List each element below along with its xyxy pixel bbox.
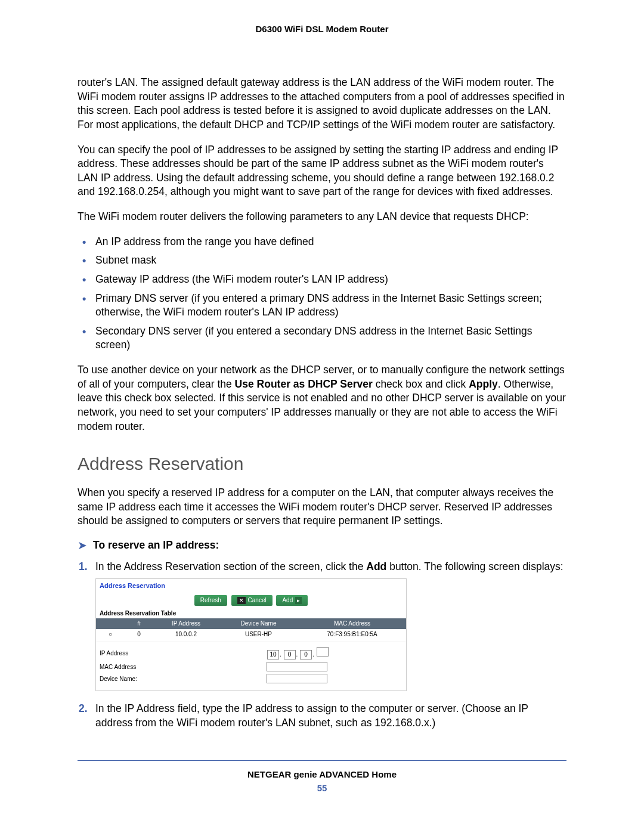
- procedure-heading: ➤ To reserve an IP address:: [78, 539, 566, 553]
- list-item: Gateway IP address (the WiFi modem route…: [95, 272, 566, 287]
- page-footer: NETGEAR genie ADVANCED Home 55: [78, 760, 566, 793]
- ip-octet-2[interactable]: 0: [284, 650, 296, 659]
- device-name-label: Device Name:: [100, 675, 153, 683]
- paragraph-3: The WiFi modem router delivers the follo…: [78, 210, 566, 224]
- device-name-input[interactable]: [267, 674, 327, 683]
- table-row: ○ 0 10.0.0.2 USER-HP 70:F3:95:B1:E0:5A: [96, 629, 406, 640]
- step-1: In the Address Reservation section of th…: [95, 560, 566, 691]
- refresh-button[interactable]: Refresh: [194, 595, 227, 606]
- cancel-button[interactable]: ✕Cancel: [231, 595, 273, 606]
- close-icon: ✕: [237, 597, 246, 604]
- footer-page-number: 55: [78, 783, 566, 793]
- bold-text: Add: [366, 561, 386, 572]
- footer-title: NETGEAR genie ADVANCED Home: [78, 769, 566, 779]
- paragraph-4: To use another device on your network as…: [78, 363, 566, 433]
- ip-octet-4[interactable]: [317, 647, 329, 657]
- col-mac-header: MAC Address: [298, 618, 406, 629]
- paragraph-1: router's LAN. The assigned default gatew…: [78, 76, 566, 132]
- step-2: In the IP Address field, type the IP add…: [95, 702, 566, 730]
- address-reservation-screenshot: Address Reservation Refresh ✕Cancel Add▸…: [95, 578, 407, 691]
- section-heading-address-reservation: Address Reservation: [78, 454, 566, 474]
- text-span: button. The following screen displays:: [386, 561, 563, 572]
- col-ip-header: IP Address: [153, 618, 219, 629]
- add-button[interactable]: Add▸: [276, 595, 308, 606]
- list-item: Primary DNS server (if you entered a pri…: [95, 292, 566, 320]
- row-num: 0: [125, 629, 153, 640]
- reservation-table: # IP Address Device Name MAC Address ○ 0…: [96, 618, 406, 639]
- ip-octet-1[interactable]: 10: [267, 650, 279, 659]
- list-item: An IP address from the range you have de…: [95, 235, 566, 249]
- cancel-button-label: Cancel: [248, 597, 267, 603]
- screenshot-form: IP Address 10. 0. 0. MAC Address Dev: [96, 642, 406, 690]
- list-item: Subnet mask: [95, 253, 566, 268]
- mac-address-input[interactable]: [267, 662, 327, 671]
- text-span: In the Address Reservation section of th…: [95, 561, 366, 572]
- text-span: check box and click: [373, 378, 469, 390]
- row-device: USER-HP: [219, 629, 298, 640]
- row-radio[interactable]: ○: [96, 629, 125, 640]
- col-num-header: #: [125, 618, 153, 629]
- procedure-steps: In the Address Reservation section of th…: [78, 560, 566, 730]
- page-header: D6300 WiFi DSL Modem Router: [78, 24, 566, 34]
- chevron-right-icon: ➤: [78, 539, 87, 553]
- list-item: Secondary DNS server (if you entered a s…: [95, 324, 566, 352]
- dhcp-params-list: An IP address from the range you have de…: [78, 235, 566, 352]
- bold-text: Apply: [469, 378, 498, 390]
- paragraph-2: You can specify the pool of IP addresses…: [78, 143, 566, 200]
- chevron-right-icon: ▸: [295, 597, 302, 604]
- address-reservation-intro: When you specify a reserved IP address f…: [78, 486, 566, 528]
- row-mac: 70:F3:95:B1:E0:5A: [298, 629, 406, 640]
- add-button-label: Add: [282, 597, 293, 603]
- col-device-header: Device Name: [219, 618, 298, 629]
- ip-address-label: IP Address: [100, 649, 153, 658]
- ip-octet-3[interactable]: 0: [300, 650, 312, 659]
- mac-address-label: MAC Address: [100, 663, 153, 671]
- bold-text: Use Router as DHCP Server: [235, 378, 373, 390]
- screenshot-title: Address Reservation: [96, 579, 406, 593]
- screenshot-button-row: Refresh ✕Cancel Add▸: [96, 593, 406, 608]
- procedure-lead-text: To reserve an IP address:: [93, 539, 219, 552]
- row-ip: 10.0.0.2: [153, 629, 219, 640]
- reservation-table-label: Address Reservation Table: [96, 608, 406, 619]
